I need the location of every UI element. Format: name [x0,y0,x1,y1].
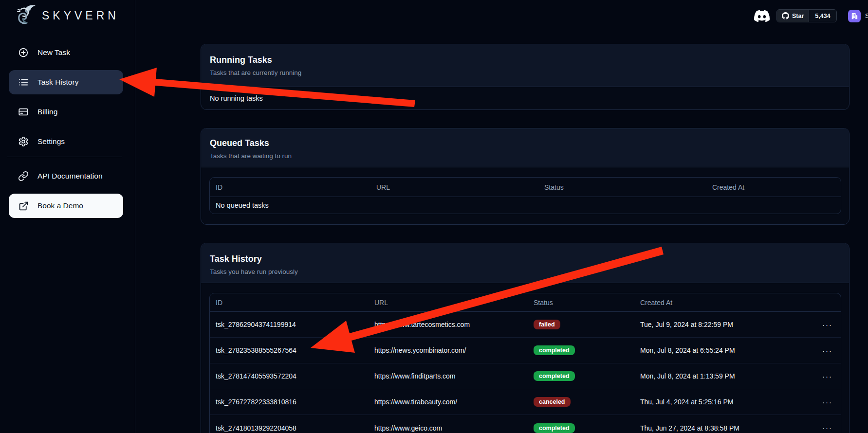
column-header-created-at: Created At [634,293,814,312]
column-header-created-at: Created At [706,178,841,197]
list-icon [18,77,29,88]
avatar[interactable] [848,10,861,22]
task-history-header: Task History Tasks you have run previous… [201,243,849,283]
skyvern-app: SKYVERN New Task Task History Billing [0,0,868,433]
plus-circle-icon [18,47,29,58]
row-actions-ellipsis-button[interactable]: ··· [814,338,841,363]
row-actions-ellipsis-button[interactable]: ··· [814,312,841,338]
status-badge: failed [534,320,560,329]
task-id-cell: tsk_274180139292204058 [210,415,369,433]
sidebar-item-label: Book a Demo [37,201,83,210]
column-header-url: URL [370,178,538,197]
sidebar-item-label: Task History [37,78,78,87]
sidebar: SKYVERN New Task Task History Billing [0,0,135,433]
column-header-id: ID [210,178,370,197]
username-text: Sh [865,12,868,19]
queued-tasks-empty-state: No queued tasks [210,197,841,214]
dragon-logo-icon [14,3,37,28]
card-subtitle: Tasks that are currently running [210,69,840,77]
sidebar-item-new-task[interactable]: New Task [9,40,123,65]
sidebar-item-billing[interactable]: Billing [9,100,123,124]
sidebar-item-settings[interactable]: Settings [9,129,123,154]
task-created-at-cell: Thu, Jul 4, 2024 at 5:25:16 PM [634,389,814,415]
credit-card-icon [18,107,29,117]
discord-icon[interactable] [754,8,770,24]
sidebar-item-task-history[interactable]: Task History [9,70,123,94]
column-header-status: Status [538,178,706,197]
task-id-cell: tsk_278629043741199914 [210,312,369,338]
table-row[interactable]: tsk_276727822333810816 https://www.tirab… [210,389,841,415]
card-title: Running Tasks [210,54,840,66]
running-tasks-header: Running Tasks Tasks that are currently r… [201,44,849,87]
main-content: Running Tasks Tasks that are currently r… [201,44,850,433]
github-star-label: Star [792,13,804,19]
table-row[interactable]: tsk_274180139292204058 https://www.geico… [210,415,841,433]
sidebar-item-api-documentation[interactable]: API Documentation [9,164,123,188]
brand-wordmark: SKYVERN [42,9,119,22]
queued-tasks-card: Queued Tasks Tasks that are waiting to r… [201,128,850,225]
row-actions-ellipsis-button[interactable]: ··· [814,415,841,433]
sidebar-item-label: Settings [37,137,65,146]
task-id-cell: tsk_278235388555267564 [210,338,369,363]
card-title: Queued Tasks [210,137,840,149]
task-history-card: Task History Tasks you have run previous… [201,243,850,433]
row-actions-ellipsis-button[interactable]: ··· [814,389,841,415]
task-url-cell: https://www.geico.com [369,415,528,433]
github-star-button[interactable]: Star 5,434 [776,9,837,22]
organization-building-icon [851,13,858,19]
topbar: Star 5,434 Sh [135,0,868,33]
task-url-cell: https://www.tirabeauty.com/ [369,389,528,415]
task-url-cell: https://news.ycombinator.com/ [369,338,528,363]
sidebar-divider [7,157,122,157]
task-url-cell: https://www.tartecosmetics.com [369,312,528,338]
column-header-id: ID [210,293,369,312]
sidebar-nav: New Task Task History Billing [9,40,123,159]
queued-tasks-table: ID URL Status Created At No queued tasks [209,177,841,214]
table-row[interactable]: tsk_278235388555267564 https://news.ycom… [210,338,841,363]
github-icon [782,12,789,19]
task-id-cell: tsk_278147405593572204 [210,363,369,389]
sidebar-item-label: API Documentation [37,172,103,180]
task-created-at-cell: Tue, Jul 9, 2024 at 8:22:59 PM [634,312,814,338]
task-created-at-cell: Mon, Jul 8, 2024 at 1:13:59 PM [634,363,814,389]
external-link-icon [18,200,29,211]
running-tasks-empty-state: No running tasks [201,87,849,109]
column-header-actions [814,293,841,312]
task-url-cell: https://www.finditparts.com [369,363,528,389]
gear-icon [18,136,29,147]
task-id-cell: tsk_276727822333810816 [210,389,369,415]
status-badge: completed [534,345,575,355]
status-badge: canceled [534,397,571,407]
sidebar-item-label: Billing [37,108,57,116]
column-header-status: Status [528,293,634,312]
card-title: Task History [210,253,840,265]
card-subtitle: Tasks that are waiting to run [210,152,840,161]
sidebar-item-label: New Task [37,48,70,57]
queued-tasks-header: Queued Tasks Tasks that are waiting to r… [201,128,849,167]
sidebar-secondary-nav: API Documentation Book a Demo [9,164,123,223]
row-actions-ellipsis-button[interactable]: ··· [814,363,841,389]
card-subtitle: Tasks you have run previously [210,268,840,276]
link-icon [18,171,29,181]
running-tasks-card: Running Tasks Tasks that are currently r… [201,44,850,110]
status-badge: completed [534,423,575,433]
task-created-at-cell: Thu, Jun 27, 2024 at 8:38:58 PM [634,415,814,433]
github-star-count: 5,434 [809,10,836,22]
table-row[interactable]: tsk_278629043741199914 https://www.tarte… [210,312,841,338]
task-history-table: ID URL Status Created At tsk_27862904374… [209,293,841,433]
book-a-demo-button[interactable]: Book a Demo [9,194,123,218]
table-row[interactable]: tsk_278147405593572204 https://www.findi… [210,363,841,389]
brand-logo[interactable]: SKYVERN [14,3,119,28]
column-header-url: URL [369,293,528,312]
task-created-at-cell: Mon, Jul 8, 2024 at 6:55:24 PM [634,338,814,363]
status-badge: completed [534,371,575,381]
